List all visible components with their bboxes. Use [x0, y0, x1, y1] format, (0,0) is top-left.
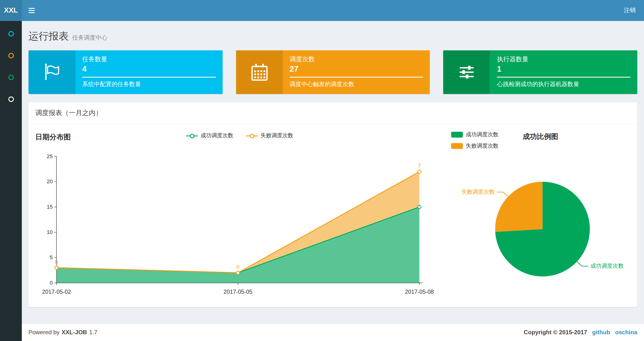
hamburger-icon	[28, 10, 34, 11]
info-box-icon-area	[443, 50, 490, 94]
info-box-icon-area	[28, 50, 76, 94]
legend-item-success[interactable]: 成功调度次数	[451, 131, 499, 138]
circle-icon	[8, 53, 14, 58]
date-distribution-chart-block: 日期分布图 成功调度次数 失败调度次数 0510152	[35, 128, 444, 302]
sidebar-item-4[interactable]	[0, 88, 22, 110]
info-box-title: 调度次数	[290, 56, 423, 64]
line-series-icon	[186, 133, 198, 138]
copyright-area: Copyright © 2015-2017 github oschina	[524, 329, 637, 336]
app-logo[interactable]: XXL	[0, 0, 22, 21]
footer: Powered by XXL-JOB 1.7 Copyright © 2015-…	[22, 323, 644, 341]
oschina-link[interactable]: oschina	[615, 329, 637, 336]
panel-body: 日期分布图 成功调度次数 失败调度次数 0510152	[28, 124, 637, 302]
line-chart-title: 日期分布图	[35, 132, 71, 142]
legend-item-success[interactable]: 成功调度次数	[186, 132, 234, 139]
legend-label: 成功调度次数	[200, 132, 233, 139]
svg-text:失败调度次数: 失败调度次数	[461, 189, 494, 195]
info-box-jobs: 任务数量 4 系统中配置的任务数量	[28, 50, 222, 94]
success-ratio-chart-block: 成功调度次数 失败调度次数 成功比例图 成功调度次数失败调度次数	[450, 128, 630, 302]
pie-chart-legend: 成功调度次数 失败调度次数	[451, 131, 499, 154]
hamburger-icon	[28, 12, 34, 13]
main-content: 运行报表任务调度中心 任务数量 4 系统中配置的任务数量	[22, 21, 644, 323]
svg-text:0: 0	[236, 264, 240, 270]
circle-icon	[8, 75, 14, 80]
pie-series-icon	[451, 143, 463, 149]
svg-text:2017-05-08: 2017-05-08	[405, 289, 434, 295]
pie-chart[interactable]: 成功调度次数失败调度次数	[450, 141, 630, 302]
svg-text:0: 0	[55, 259, 58, 265]
sidebar-item-3[interactable]	[0, 66, 22, 88]
divider	[497, 77, 630, 77]
calendar-icon	[250, 63, 269, 82]
svg-text:25: 25	[47, 153, 53, 159]
divider	[290, 77, 423, 77]
svg-text:成功调度次数: 成功调度次数	[590, 263, 624, 269]
legend-label: 失败调度次数	[466, 142, 499, 150]
page-header: 运行报表任务调度中心	[22, 21, 644, 47]
info-box-triggers: 调度次数 27 调度中心触发的调度次数	[236, 50, 430, 94]
pie-series-icon	[451, 132, 463, 137]
info-box-description: 系统中配置的任务数量	[82, 81, 216, 88]
svg-text:7: 7	[418, 163, 421, 169]
info-box-icon-area	[236, 50, 283, 94]
top-navbar: XXL 注销	[0, 0, 644, 21]
logout-link[interactable]: 注销	[616, 0, 644, 21]
panel-title: 调度报表（一月之内）	[28, 102, 637, 124]
info-box-value: 27	[290, 65, 423, 74]
sidebar-toggle-button[interactable]	[22, 0, 41, 21]
hamburger-icon	[28, 8, 34, 9]
info-box-content: 执行器数量 1 心跳检测成功的执行器机器数量	[490, 50, 637, 94]
svg-text:5: 5	[50, 254, 53, 260]
info-box-content: 任务数量 4 系统中配置的任务数量	[76, 50, 222, 94]
powered-prefix: Powered by	[28, 329, 60, 336]
svg-text:15: 15	[47, 204, 53, 210]
info-box-value: 4	[82, 65, 216, 74]
info-box-title: 任务数量	[82, 56, 216, 64]
sliders-icon	[457, 63, 476, 82]
github-link[interactable]: github	[592, 329, 610, 336]
schedule-report-panel: 调度报表（一月之内） 日期分布图 成功调度次数 失败调度次数	[28, 102, 637, 307]
info-box-executors: 执行器数量 1 心跳检测成功的执行器机器数量	[443, 50, 637, 94]
product-name: XXL-JOB	[62, 329, 87, 336]
info-box-description: 调度中心触发的调度次数	[290, 81, 423, 88]
line-chart-head: 日期分布图 成功调度次数 失败调度次数	[35, 128, 444, 145]
powered-by: Powered by XXL-JOB 1.7	[28, 329, 97, 336]
circle-icon	[8, 31, 14, 37]
svg-text:20: 20	[47, 178, 53, 184]
app-root: XXL 注销 运行报表任务调度中心	[0, 0, 644, 341]
info-box-title: 执行器数量	[497, 56, 630, 64]
svg-text:10: 10	[47, 229, 53, 235]
line-series-icon	[246, 133, 258, 138]
sidebar-item-1[interactable]	[0, 23, 22, 44]
line-chart-legend: 成功调度次数 失败调度次数	[186, 132, 293, 139]
legend-label: 失败调度次数	[260, 132, 293, 139]
circle-icon	[8, 96, 14, 102]
legend-item-fail[interactable]: 失败调度次数	[451, 142, 499, 150]
sidebar-item-2[interactable]	[0, 44, 22, 66]
info-box-content: 调度次数 27 调度中心触发的调度次数	[283, 50, 430, 94]
divider	[82, 77, 216, 77]
legend-label: 成功调度次数	[466, 131, 499, 138]
svg-text:0: 0	[50, 280, 53, 286]
product-version: 1.7	[89, 329, 97, 336]
line-chart[interactable]: 05101520252017-05-022017-05-052017-05-08…	[35, 145, 444, 302]
page-subtitle: 任务调度中心	[72, 34, 107, 41]
svg-text:2017-05-05: 2017-05-05	[224, 289, 252, 295]
legend-item-fail[interactable]: 失败调度次数	[246, 132, 293, 139]
copyright-text: Copyright © 2015-2017	[524, 329, 587, 336]
sidebar	[0, 21, 22, 341]
info-box-value: 1	[497, 65, 630, 74]
page-title: 运行报表	[28, 30, 69, 42]
info-box-row: 任务数量 4 系统中配置的任务数量	[28, 50, 637, 94]
flag-icon	[42, 63, 62, 82]
svg-text:2017-05-02: 2017-05-02	[42, 289, 71, 295]
info-box-description: 心跳检测成功的执行器机器数量	[497, 81, 630, 88]
